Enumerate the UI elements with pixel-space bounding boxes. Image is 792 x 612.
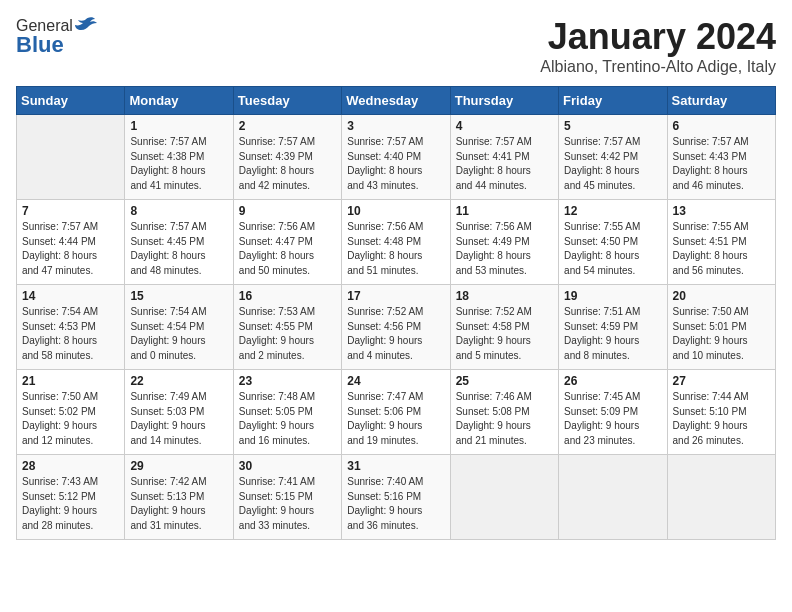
- day-number: 13: [673, 204, 770, 218]
- day-info: Sunrise: 7:57 AM Sunset: 4:40 PM Dayligh…: [347, 135, 444, 193]
- day-info: Sunrise: 7:40 AM Sunset: 5:16 PM Dayligh…: [347, 475, 444, 533]
- bird-icon: [75, 16, 97, 36]
- day-info: Sunrise: 7:57 AM Sunset: 4:45 PM Dayligh…: [130, 220, 227, 278]
- calendar-cell: 20Sunrise: 7:50 AM Sunset: 5:01 PM Dayli…: [667, 285, 775, 370]
- calendar-cell: 30Sunrise: 7:41 AM Sunset: 5:15 PM Dayli…: [233, 455, 341, 540]
- calendar-cell: [559, 455, 667, 540]
- calendar-cell: [17, 115, 125, 200]
- calendar-cell: 29Sunrise: 7:42 AM Sunset: 5:13 PM Dayli…: [125, 455, 233, 540]
- day-info: Sunrise: 7:50 AM Sunset: 5:01 PM Dayligh…: [673, 305, 770, 363]
- day-info: Sunrise: 7:52 AM Sunset: 4:58 PM Dayligh…: [456, 305, 553, 363]
- day-number: 25: [456, 374, 553, 388]
- day-info: Sunrise: 7:55 AM Sunset: 4:51 PM Dayligh…: [673, 220, 770, 278]
- day-info: Sunrise: 7:57 AM Sunset: 4:43 PM Dayligh…: [673, 135, 770, 193]
- day-number: 1: [130, 119, 227, 133]
- weekday-header: Monday: [125, 87, 233, 115]
- calendar-table: SundayMondayTuesdayWednesdayThursdayFrid…: [16, 86, 776, 540]
- day-info: Sunrise: 7:49 AM Sunset: 5:03 PM Dayligh…: [130, 390, 227, 448]
- day-number: 2: [239, 119, 336, 133]
- day-number: 15: [130, 289, 227, 303]
- day-number: 23: [239, 374, 336, 388]
- calendar-cell: 21Sunrise: 7:50 AM Sunset: 5:02 PM Dayli…: [17, 370, 125, 455]
- calendar-cell: 23Sunrise: 7:48 AM Sunset: 5:05 PM Dayli…: [233, 370, 341, 455]
- day-number: 28: [22, 459, 119, 473]
- calendar-cell: 17Sunrise: 7:52 AM Sunset: 4:56 PM Dayli…: [342, 285, 450, 370]
- calendar-week-row: 28Sunrise: 7:43 AM Sunset: 5:12 PM Dayli…: [17, 455, 776, 540]
- calendar-cell: 7Sunrise: 7:57 AM Sunset: 4:44 PM Daylig…: [17, 200, 125, 285]
- day-number: 27: [673, 374, 770, 388]
- header-row: SundayMondayTuesdayWednesdayThursdayFrid…: [17, 87, 776, 115]
- day-info: Sunrise: 7:56 AM Sunset: 4:49 PM Dayligh…: [456, 220, 553, 278]
- day-number: 17: [347, 289, 444, 303]
- day-info: Sunrise: 7:50 AM Sunset: 5:02 PM Dayligh…: [22, 390, 119, 448]
- calendar-cell: 10Sunrise: 7:56 AM Sunset: 4:48 PM Dayli…: [342, 200, 450, 285]
- calendar-cell: 14Sunrise: 7:54 AM Sunset: 4:53 PM Dayli…: [17, 285, 125, 370]
- calendar-cell: 18Sunrise: 7:52 AM Sunset: 4:58 PM Dayli…: [450, 285, 558, 370]
- day-number: 10: [347, 204, 444, 218]
- calendar-cell: 9Sunrise: 7:56 AM Sunset: 4:47 PM Daylig…: [233, 200, 341, 285]
- day-number: 31: [347, 459, 444, 473]
- day-number: 3: [347, 119, 444, 133]
- calendar-cell: 13Sunrise: 7:55 AM Sunset: 4:51 PM Dayli…: [667, 200, 775, 285]
- day-number: 7: [22, 204, 119, 218]
- day-number: 8: [130, 204, 227, 218]
- day-number: 19: [564, 289, 661, 303]
- day-info: Sunrise: 7:43 AM Sunset: 5:12 PM Dayligh…: [22, 475, 119, 533]
- day-number: 14: [22, 289, 119, 303]
- calendar-cell: [450, 455, 558, 540]
- day-info: Sunrise: 7:56 AM Sunset: 4:48 PM Dayligh…: [347, 220, 444, 278]
- calendar-cell: 11Sunrise: 7:56 AM Sunset: 4:49 PM Dayli…: [450, 200, 558, 285]
- day-number: 9: [239, 204, 336, 218]
- day-info: Sunrise: 7:57 AM Sunset: 4:41 PM Dayligh…: [456, 135, 553, 193]
- title-section: January 2024 Albiano, Trentino-Alto Adig…: [540, 16, 776, 76]
- day-info: Sunrise: 7:51 AM Sunset: 4:59 PM Dayligh…: [564, 305, 661, 363]
- logo: General Blue: [16, 16, 97, 58]
- day-info: Sunrise: 7:41 AM Sunset: 5:15 PM Dayligh…: [239, 475, 336, 533]
- calendar-cell: 26Sunrise: 7:45 AM Sunset: 5:09 PM Dayli…: [559, 370, 667, 455]
- day-info: Sunrise: 7:57 AM Sunset: 4:44 PM Dayligh…: [22, 220, 119, 278]
- day-info: Sunrise: 7:48 AM Sunset: 5:05 PM Dayligh…: [239, 390, 336, 448]
- header: General Blue January 2024 Albiano, Trent…: [16, 16, 776, 76]
- day-info: Sunrise: 7:52 AM Sunset: 4:56 PM Dayligh…: [347, 305, 444, 363]
- day-info: Sunrise: 7:54 AM Sunset: 4:54 PM Dayligh…: [130, 305, 227, 363]
- day-number: 4: [456, 119, 553, 133]
- calendar-cell: 27Sunrise: 7:44 AM Sunset: 5:10 PM Dayli…: [667, 370, 775, 455]
- calendar-cell: 25Sunrise: 7:46 AM Sunset: 5:08 PM Dayli…: [450, 370, 558, 455]
- calendar-cell: 15Sunrise: 7:54 AM Sunset: 4:54 PM Dayli…: [125, 285, 233, 370]
- weekday-header: Sunday: [17, 87, 125, 115]
- calendar-cell: 3Sunrise: 7:57 AM Sunset: 4:40 PM Daylig…: [342, 115, 450, 200]
- month-title: January 2024: [540, 16, 776, 58]
- calendar-cell: 8Sunrise: 7:57 AM Sunset: 4:45 PM Daylig…: [125, 200, 233, 285]
- weekday-header: Friday: [559, 87, 667, 115]
- calendar-cell: 19Sunrise: 7:51 AM Sunset: 4:59 PM Dayli…: [559, 285, 667, 370]
- day-number: 12: [564, 204, 661, 218]
- day-number: 20: [673, 289, 770, 303]
- calendar-cell: 1Sunrise: 7:57 AM Sunset: 4:38 PM Daylig…: [125, 115, 233, 200]
- day-info: Sunrise: 7:56 AM Sunset: 4:47 PM Dayligh…: [239, 220, 336, 278]
- day-number: 11: [456, 204, 553, 218]
- day-info: Sunrise: 7:47 AM Sunset: 5:06 PM Dayligh…: [347, 390, 444, 448]
- logo-blue-text: Blue: [16, 32, 64, 58]
- day-number: 18: [456, 289, 553, 303]
- calendar-week-row: 14Sunrise: 7:54 AM Sunset: 4:53 PM Dayli…: [17, 285, 776, 370]
- day-number: 26: [564, 374, 661, 388]
- weekday-header: Tuesday: [233, 87, 341, 115]
- day-info: Sunrise: 7:57 AM Sunset: 4:38 PM Dayligh…: [130, 135, 227, 193]
- day-info: Sunrise: 7:42 AM Sunset: 5:13 PM Dayligh…: [130, 475, 227, 533]
- day-info: Sunrise: 7:57 AM Sunset: 4:42 PM Dayligh…: [564, 135, 661, 193]
- day-number: 29: [130, 459, 227, 473]
- day-number: 24: [347, 374, 444, 388]
- day-number: 21: [22, 374, 119, 388]
- weekday-header: Wednesday: [342, 87, 450, 115]
- day-number: 30: [239, 459, 336, 473]
- calendar-cell: 2Sunrise: 7:57 AM Sunset: 4:39 PM Daylig…: [233, 115, 341, 200]
- day-number: 6: [673, 119, 770, 133]
- calendar-body: 1Sunrise: 7:57 AM Sunset: 4:38 PM Daylig…: [17, 115, 776, 540]
- day-number: 16: [239, 289, 336, 303]
- day-info: Sunrise: 7:54 AM Sunset: 4:53 PM Dayligh…: [22, 305, 119, 363]
- day-info: Sunrise: 7:44 AM Sunset: 5:10 PM Dayligh…: [673, 390, 770, 448]
- day-info: Sunrise: 7:53 AM Sunset: 4:55 PM Dayligh…: [239, 305, 336, 363]
- day-info: Sunrise: 7:55 AM Sunset: 4:50 PM Dayligh…: [564, 220, 661, 278]
- location-title: Albiano, Trentino-Alto Adige, Italy: [540, 58, 776, 76]
- calendar-cell: [667, 455, 775, 540]
